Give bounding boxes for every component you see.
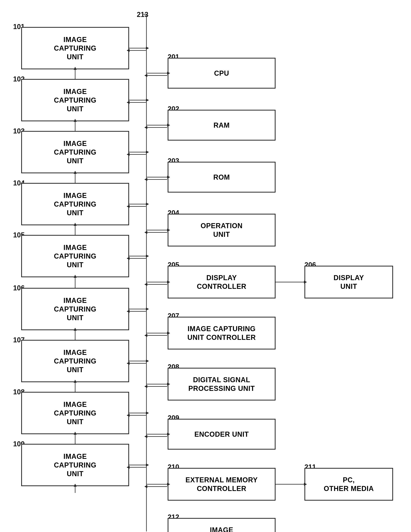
svg-marker-26 bbox=[146, 255, 149, 257]
box-106: IMAGECAPTURINGUNIT bbox=[21, 288, 129, 330]
svg-marker-44 bbox=[146, 412, 149, 414]
box-104: IMAGECAPTURINGUNIT bbox=[21, 183, 129, 225]
svg-marker-32 bbox=[146, 308, 149, 310]
svg-marker-20 bbox=[146, 203, 149, 205]
svg-marker-88 bbox=[145, 435, 147, 438]
box-108: IMAGECAPTURINGUNIT bbox=[21, 392, 129, 434]
svg-marker-14 bbox=[146, 151, 149, 153]
svg-marker-74 bbox=[145, 283, 147, 286]
svg-marker-2 bbox=[146, 47, 149, 49]
svg-marker-66 bbox=[145, 178, 147, 181]
box-210: EXTERNAL MEMORYCONTROLLER bbox=[168, 468, 275, 501]
box-209: ENCODER UNIT bbox=[168, 419, 275, 450]
box-205: DISPLAYCONTROLLER bbox=[168, 266, 275, 298]
box-107: IMAGECAPTURINGUNIT bbox=[21, 340, 129, 382]
svg-marker-38 bbox=[146, 360, 149, 362]
box-211: PC,OTHER MEDIA bbox=[304, 468, 393, 501]
box-103: IMAGECAPTURINGUNIT bbox=[21, 131, 129, 173]
box-202: RAM bbox=[168, 110, 275, 141]
box-201: CPU bbox=[168, 58, 275, 89]
svg-marker-84 bbox=[145, 385, 147, 388]
svg-marker-92 bbox=[145, 485, 147, 488]
box-105: IMAGECAPTURINGUNIT bbox=[21, 235, 129, 277]
box-207: IMAGE CAPTURINGUNIT CONTROLLER bbox=[168, 317, 275, 350]
bus-label: 213 bbox=[137, 10, 148, 19]
diagram: 101 102 103 104 105 106 107 108 109 IMAG… bbox=[0, 0, 411, 532]
svg-marker-8 bbox=[146, 99, 149, 102]
box-204: OPERATIONUNIT bbox=[168, 214, 275, 247]
svg-marker-80 bbox=[145, 334, 147, 337]
box-212: IMAGEPROCESSING UNIT bbox=[168, 518, 275, 532]
box-102: IMAGECAPTURINGUNIT bbox=[21, 79, 129, 121]
box-109: IMAGECAPTURINGUNIT bbox=[21, 444, 129, 486]
box-101: IMAGECAPTURINGUNIT bbox=[21, 27, 129, 69]
svg-marker-50 bbox=[146, 464, 149, 466]
svg-marker-70 bbox=[145, 231, 147, 234]
box-203: ROM bbox=[168, 162, 275, 192]
svg-marker-58 bbox=[145, 74, 147, 77]
box-206: DISPLAYUNIT bbox=[304, 266, 393, 298]
box-208: DIGITAL SIGNALPROCESSING UNIT bbox=[168, 368, 275, 400]
svg-marker-62 bbox=[145, 126, 147, 129]
